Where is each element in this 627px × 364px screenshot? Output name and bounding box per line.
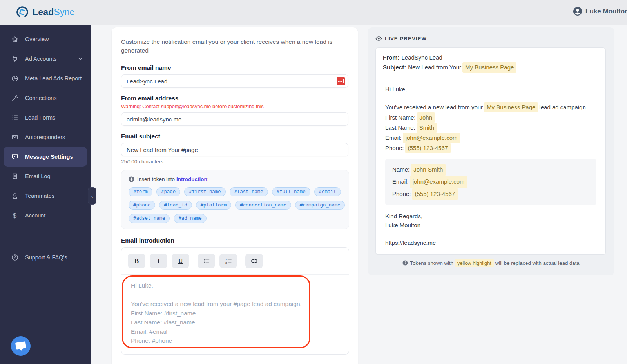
from-email-address-input[interactable] bbox=[121, 112, 348, 126]
sidebar-item-label: Support & FAQ's bbox=[25, 254, 67, 261]
sidebar-item-email-log[interactable]: Email Log bbox=[0, 167, 91, 186]
signoff-line: Kind Regards, bbox=[385, 212, 596, 221]
introduction-line: Phone: #phone bbox=[131, 336, 339, 346]
preview-field-row: First Name:John bbox=[385, 112, 596, 123]
preview-body-prefix: You've received a new lead from your bbox=[385, 104, 483, 110]
token-pill-list: #form #page #first_name #last_name #full… bbox=[129, 187, 348, 223]
token-pill[interactable]: #email bbox=[314, 187, 341, 196]
sidebar-item-label: Connections bbox=[25, 95, 57, 101]
subject-character-counter: 25/100 characters bbox=[121, 159, 348, 165]
token-pill[interactable]: #connection_name bbox=[235, 201, 291, 210]
token-pill[interactable]: #form bbox=[129, 187, 152, 196]
sidebar-item-label: Meta Lead Ads Report bbox=[25, 75, 82, 81]
pie-chart-icon bbox=[11, 74, 19, 82]
underline-button[interactable]: U bbox=[172, 254, 189, 268]
link-button[interactable] bbox=[245, 254, 263, 268]
sidebar-item-label: Account bbox=[25, 212, 45, 219]
field-value-highlight: John Smith bbox=[411, 164, 446, 176]
live-preview-title-text: LIVE PREVIEW bbox=[385, 36, 427, 42]
token-pill[interactable]: #first_name bbox=[184, 187, 225, 196]
token-pill[interactable]: #phone bbox=[129, 201, 155, 210]
sidebar-item-message-settings[interactable]: Message Settings bbox=[4, 147, 87, 167]
home-icon bbox=[11, 35, 19, 43]
sidebar-divider bbox=[9, 237, 81, 237]
bullet-list-button[interactable] bbox=[198, 254, 215, 268]
email-preview-card: From:LeadSync Lead Subject:New Lead from… bbox=[375, 47, 606, 255]
sidebar-collapse-button[interactable]: ‹ bbox=[88, 187, 96, 205]
chevron-left-icon: ‹ bbox=[91, 193, 93, 199]
dollar-icon: $ bbox=[11, 212, 19, 219]
brand-logo[interactable]: LeadSync bbox=[16, 5, 74, 19]
sidebar-item-meta-lead-ads-report[interactable]: Meta Lead Ads Report bbox=[0, 69, 91, 88]
list-icon bbox=[11, 114, 19, 121]
page-token-highlight: My Business Page bbox=[484, 102, 538, 112]
eye-icon bbox=[375, 35, 382, 42]
token-pill[interactable]: #page bbox=[156, 187, 180, 196]
lead-summary-card: Name:John Smith Email:john@example.com P… bbox=[385, 159, 596, 205]
introduction-line: Hi Luke, bbox=[131, 281, 339, 290]
introduction-line: First Name: #first_name bbox=[131, 309, 339, 318]
field-value-highlight: Smith bbox=[417, 123, 437, 133]
sidebar-item-autoresponders[interactable]: Autoresponders bbox=[0, 127, 91, 147]
sidebar-item-overview[interactable]: Overview bbox=[0, 29, 91, 49]
live-preview-title: LIVE PREVIEW bbox=[375, 35, 607, 42]
italic-button[interactable]: I bbox=[150, 254, 167, 268]
field-label: Name: bbox=[392, 166, 410, 173]
field-label: Last Name: bbox=[385, 124, 415, 131]
sidebar-item-lead-forms[interactable]: Lead Forms bbox=[0, 108, 91, 127]
preview-body-suffix: lead ad campaign. bbox=[539, 104, 587, 110]
token-pill[interactable]: #ad_name bbox=[174, 214, 206, 223]
from-value: LeadSync Lead bbox=[402, 54, 442, 61]
user-menu[interactable]: Luke Moulton bbox=[573, 7, 627, 16]
subject-prefix: New Lead from Your bbox=[408, 64, 461, 71]
token-pill[interactable]: #lead_id bbox=[159, 201, 192, 210]
summary-field-row: Phone:(555) 123-4567 bbox=[392, 188, 589, 200]
from-email-name-input[interactable] bbox=[121, 74, 348, 88]
field-label: Email: bbox=[385, 134, 402, 141]
sidebar-item-account[interactable]: $ Account bbox=[0, 206, 91, 225]
info-circle-icon bbox=[402, 260, 408, 267]
sidebar-item-label: Email Log bbox=[25, 173, 50, 179]
sidebar-item-ad-accounts[interactable]: Ad Accounts bbox=[0, 49, 91, 69]
introduction-textarea[interactable]: Hi Luke, You've received a new lead from… bbox=[121, 275, 349, 354]
sidebar-item-support[interactable]: Support & FAQ's bbox=[0, 248, 91, 267]
magic-wand-icon bbox=[11, 94, 19, 102]
chat-bubble-icon bbox=[11, 153, 19, 161]
website-link: https://leadsync.me bbox=[385, 238, 596, 247]
numbered-list-button[interactable]: 12 bbox=[219, 254, 237, 268]
sidebar-nav: Overview Ad Accounts Meta Lead Ads Repor… bbox=[0, 25, 91, 364]
email-subject-input[interactable] bbox=[121, 143, 348, 156]
sidebar-item-connections[interactable]: Connections bbox=[0, 88, 91, 108]
subject-token-highlight: My Business Page bbox=[462, 62, 516, 73]
signoff-line: Luke Moulton bbox=[385, 221, 596, 230]
summary-field-row: Name:John Smith bbox=[392, 164, 589, 176]
token-pill[interactable]: #adset_name bbox=[129, 214, 170, 223]
svg-text:1: 1 bbox=[225, 258, 227, 261]
from-email-address-label: From email address bbox=[121, 95, 348, 102]
chat-bubble-icon bbox=[15, 341, 26, 349]
introduction-line bbox=[131, 290, 339, 300]
field-label: Phone: bbox=[385, 145, 404, 151]
field-value-highlight: (555) 123-4567 bbox=[405, 143, 451, 153]
svg-text:2: 2 bbox=[225, 262, 227, 264]
user-avatar-icon bbox=[573, 7, 582, 16]
token-pill[interactable]: #last_name bbox=[230, 187, 268, 196]
token-pill[interactable]: #campaign_name bbox=[295, 201, 345, 210]
from-address-warning: Warning: Contact support@leadsync.me bef… bbox=[121, 103, 348, 109]
email-preview-header: From:LeadSync Lead Subject:New Lead from… bbox=[376, 48, 605, 78]
introduction-line: You've received a new lead from your #pa… bbox=[131, 299, 339, 309]
bold-button[interactable]: B bbox=[128, 254, 145, 268]
field-value-highlight: john@example.com bbox=[403, 133, 460, 143]
languagetool-extension-icon[interactable] bbox=[337, 77, 345, 85]
field-value-highlight: john@example.com bbox=[410, 176, 468, 188]
leadsync-logo-icon bbox=[16, 5, 29, 19]
sidebar-item-teammates[interactable]: Teammates bbox=[0, 186, 91, 206]
note-suffix: will be replaced with actual lead data bbox=[495, 260, 580, 266]
token-pill[interactable]: #full_name bbox=[272, 187, 310, 196]
field-value-highlight: (555) 123-4567 bbox=[412, 188, 458, 200]
chat-widget-button[interactable] bbox=[11, 336, 31, 356]
sidebar-item-label: Lead Forms bbox=[25, 114, 55, 121]
token-pill[interactable]: #platform bbox=[196, 201, 232, 210]
token-insert-box: Insert token into introduction : #form #… bbox=[121, 170, 349, 229]
field-label: Phone: bbox=[392, 190, 411, 197]
